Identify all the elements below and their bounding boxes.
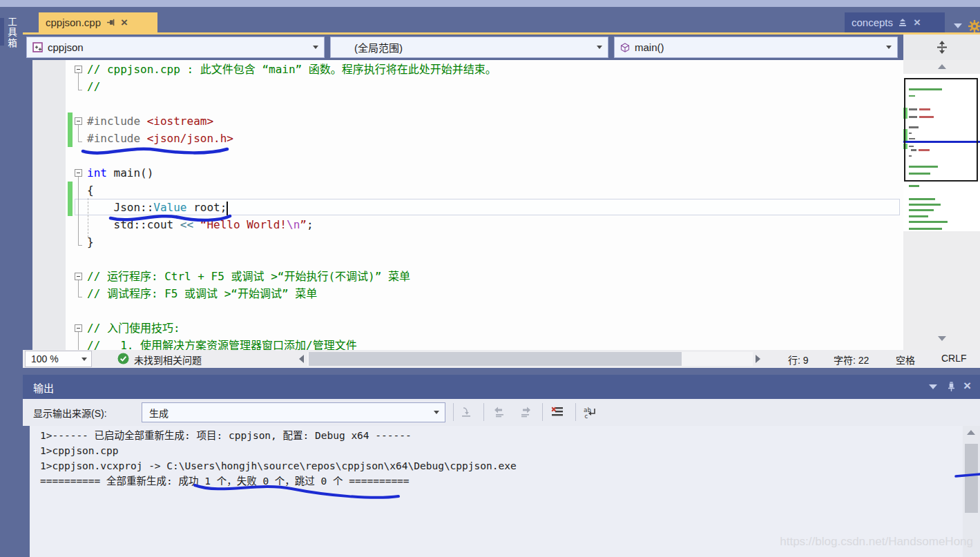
code-line-5[interactable]: #include <json/json.h> [87, 130, 233, 147]
project-dropdown[interactable]: cppjson [26, 37, 325, 58]
output-line-1: 1>------ 已启动全部重新生成: 项目: cppjson, 配置: Deb… [40, 428, 412, 443]
code-line-17[interactable]: // 1. 使用解决方案资源管理器窗口添加/管理文件 [87, 337, 357, 350]
code-segment: Json:: [87, 201, 153, 214]
close-icon[interactable]: × [914, 17, 921, 28]
tab-cppjson-cpp[interactable]: cppjson.cpp × [39, 12, 157, 32]
close-icon[interactable]: × [121, 17, 128, 28]
watermark: https://blog.csdn.net/HandsomeHong [780, 535, 973, 549]
word-wrap-button[interactable]: ab c [582, 404, 599, 420]
scroll-up-icon[interactable] [938, 64, 946, 69]
output-title-bar[interactable]: 输出 × [23, 375, 980, 399]
pin-icon[interactable] [947, 382, 956, 395]
code-line-14[interactable]: // 调试程序: F5 或调试 >“开始调试” 菜单 [87, 285, 317, 302]
code-segment [193, 218, 200, 231]
scroll-left-icon[interactable] [299, 355, 304, 363]
tab-label: cppjson.cpp [46, 17, 101, 28]
scroll-down-icon[interactable] [938, 336, 946, 341]
fold-collapse-box-line-7[interactable] [75, 169, 82, 177]
v-scrollbar-thumb[interactable] [965, 444, 978, 513]
code-segment: #include [87, 132, 147, 145]
output-toolbar: 显示输出来源(S): 生成 [23, 399, 980, 426]
scroll-up-icon[interactable] [967, 430, 975, 435]
output-source-label: 显示输出来源(S): [33, 406, 107, 420]
clear-all-button[interactable] [549, 404, 566, 420]
outline-guide-elbow [78, 245, 82, 246]
output-left-gap [23, 426, 30, 557]
health-message: 未找到相关问题 [134, 353, 202, 367]
minimap-mark [909, 228, 942, 230]
code-line-13[interactable]: // 运行程序: Ctrl + F5 或调试 >“开始执行(不调试)” 菜单 [87, 268, 410, 285]
find-message-button[interactable] [458, 404, 474, 420]
outline-guide-elbow [78, 297, 82, 297]
code-line-1[interactable]: // cppjson.cpp : 此文件包含 “main” 函数。程序执行将在此… [87, 61, 497, 78]
fold-collapse-box-line-13[interactable] [75, 273, 82, 280]
output-source-value: 生成 [142, 406, 434, 420]
fold-collapse-box-line-16[interactable] [75, 324, 82, 332]
code-segment: int [87, 166, 107, 179]
text-cursor [227, 202, 228, 215]
code-line-16[interactable]: // 入门使用技巧: [87, 320, 180, 337]
tab-list-chevron-icon[interactable] [954, 23, 962, 28]
previous-message-icon [494, 407, 506, 418]
chevron-down-icon [434, 411, 439, 414]
status-spaces-mode: 空格 [896, 353, 915, 367]
code-segment: // 运行程序: Ctrl + F5 或调试 >“开始执行(不调试)” 菜单 [87, 270, 410, 283]
outline-guide [78, 73, 79, 90]
chevron-down-icon [597, 46, 602, 49]
health-check-icon[interactable] [117, 353, 129, 367]
code-line-9[interactable]: Json::Value root; [87, 199, 228, 216]
keep-open-icon[interactable] [899, 19, 908, 27]
find-message-icon [461, 407, 472, 418]
code-segment: // 1. 使用解决方案资源管理器窗口添加/管理文件 [87, 339, 357, 350]
tab-label: concepts [852, 17, 893, 28]
outline-guide [78, 280, 79, 297]
previous-message-button[interactable] [491, 404, 508, 420]
editor-indicator-margin[interactable] [32, 60, 66, 350]
code-segment: main() [107, 166, 153, 179]
next-message-icon [519, 407, 531, 418]
chevron-down-icon [313, 46, 318, 49]
minimap-mark [909, 198, 935, 200]
code-segment: #include [87, 115, 147, 128]
split-editor-button[interactable] [903, 35, 980, 60]
member-dropdown[interactable]: main() [614, 37, 898, 58]
window-position-chevron-icon[interactable] [929, 384, 937, 389]
code-line-11[interactable]: } [87, 233, 94, 251]
code-segment: // [87, 80, 100, 93]
clear-all-icon [551, 407, 564, 418]
fold-collapse-box-line-1[interactable] [75, 66, 82, 73]
code-segment: } [87, 235, 94, 248]
panel-separator[interactable] [23, 368, 980, 375]
minimap-viewport[interactable] [904, 78, 978, 182]
code-segment: { [87, 184, 94, 197]
sidebar-tab-toolbox[interactable]: 工具箱 [4, 17, 18, 49]
zoom-dropdown[interactable]: 100 % [25, 351, 92, 367]
code-line-10[interactable]: std::cout << “Hello World!\n”; [87, 216, 314, 233]
code-segment: \n [287, 218, 300, 231]
next-message-button[interactable] [517, 404, 533, 420]
code-segment: “Hello World! [200, 218, 287, 231]
change-tracking-bar [68, 113, 73, 147]
tab-concepts[interactable]: concepts × [845, 12, 945, 32]
code-line-2[interactable]: // [87, 78, 100, 95]
code-line-8[interactable]: { [87, 182, 94, 199]
outline-guide [78, 332, 79, 350]
pin-icon[interactable] [106, 18, 115, 27]
fold-collapse-box-line-4[interactable] [75, 117, 82, 125]
code-segment: <json/json.h> [147, 132, 233, 145]
code-line-7[interactable]: int main() [87, 164, 153, 182]
minimap[interactable] [903, 60, 980, 350]
h-scrollbar-thumb[interactable] [309, 352, 682, 366]
method-cube-icon [620, 43, 630, 52]
scope-dropdown[interactable]: (全局范围) [330, 37, 608, 58]
scroll-right-icon[interactable] [756, 355, 760, 363]
code-segment: <iostream> [147, 115, 213, 128]
code-line-4[interactable]: #include <iostream> [87, 113, 213, 130]
code-editor[interactable]: // cppjson.cpp : 此文件包含 “main” 函数。程序执行将在此… [66, 60, 903, 350]
window-top-strip [0, 0, 980, 7]
output-source-dropdown[interactable]: 生成 [142, 402, 445, 422]
split-editor-icon [936, 41, 948, 54]
output-title: 输出 [33, 380, 54, 395]
close-icon[interactable]: × [963, 380, 971, 391]
output-line-4: ========== 全部重新生成: 成功 1 个，失败 0 个，跳过 0 个 … [40, 473, 410, 489]
